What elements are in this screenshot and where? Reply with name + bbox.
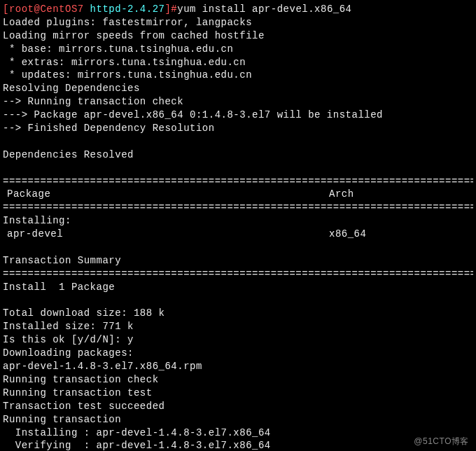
output-loading-mirror: Loading mirror speeds from cached hostfi… xyxy=(3,29,473,43)
header-package: Package xyxy=(3,188,329,201)
run-tx-check: Running transaction check xyxy=(3,373,473,387)
header-arch: Arch xyxy=(329,188,473,201)
divider: ========================================… xyxy=(3,201,473,214)
cell-arch: x86_64 xyxy=(329,228,473,241)
cell-package: apr-devel xyxy=(3,228,329,241)
confirm-prompt[interactable]: Is this ok [y/d/N]: y xyxy=(3,333,473,347)
output-mirror-extras: * extras: mirrors.tuna.tsinghua.edu.cn xyxy=(3,56,473,69)
section-installing: Installing: xyxy=(3,214,473,228)
blank-line xyxy=(3,135,473,148)
blank-line xyxy=(3,294,473,307)
installing-pkg: Installing : apr-devel-1.4.8-3.el7.x86_6… xyxy=(3,426,473,440)
table-row: apr-devel x86_64 xyxy=(3,228,473,241)
prompt-sep: ]# xyxy=(164,4,177,15)
table-header: Package Arch xyxy=(3,188,473,201)
output-mirror-base: * base: mirrors.tuna.tsinghua.edu.cn xyxy=(3,43,473,56)
run-tx-test: Running transaction test xyxy=(3,387,473,400)
output-mirror-updates: * updates: mirrors.tuna.tsinghua.edu.cn xyxy=(3,69,473,82)
output-resolving: Resolving Dependencies xyxy=(3,82,473,95)
install-count: Install 1 Package xyxy=(3,281,473,294)
tx-test-ok: Transaction test succeeded xyxy=(3,400,473,413)
output-pkg-line: ---> Package apr-devel.x86_64 0:1.4.8-3.… xyxy=(3,109,473,122)
divider: ========================================… xyxy=(3,175,473,188)
output-loaded-plugins: Loaded plugins: fastestmirror, langpacks xyxy=(3,16,473,29)
tx-summary: Transaction Summary xyxy=(3,254,473,268)
downloading: Downloading packages: xyxy=(3,347,473,360)
blank-line xyxy=(3,162,473,175)
run-tx: Running transaction xyxy=(3,413,473,426)
output-running-check: --> Running transaction check xyxy=(3,95,473,109)
rpm-file: apr-devel-1.4.8-3.el7.x86_64.rpm xyxy=(3,360,473,373)
prompt-dir: httpd-2.4.27 xyxy=(84,4,165,15)
installed-size: Installed size: 771 k xyxy=(3,320,473,333)
output-finished: --> Finished Dependency Resolution xyxy=(3,122,473,135)
divider: ========================================… xyxy=(3,268,473,281)
blank-line xyxy=(3,241,473,254)
download-size: Total download size: 188 k xyxy=(3,307,473,320)
watermark: @51CTO博客 xyxy=(414,436,469,447)
verifying-pkg: Verifying : apr-devel-1.4.8-3.el7.x86_64 xyxy=(3,439,473,451)
output-deps-resolved: Dependencies Resolved xyxy=(3,148,473,162)
prompt-line-1: [root@CentOS7 httpd-2.4.27]#yum install … xyxy=(3,3,473,16)
command-text: yum install apr-devel.x86_64 xyxy=(177,4,351,15)
prompt-user-host: [root@CentOS7 xyxy=(3,4,84,15)
